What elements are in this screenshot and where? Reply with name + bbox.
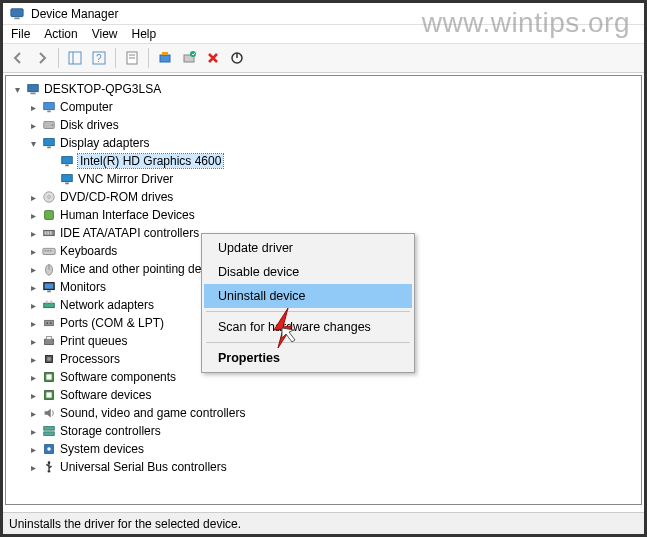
expand-icon[interactable]: ▸ xyxy=(26,118,40,132)
tree-category[interactable]: ▸ Software devices xyxy=(8,386,639,404)
tree-category[interactable]: ▸ DVD/CD-ROM drives xyxy=(8,188,639,206)
menu-view[interactable]: View xyxy=(92,27,118,41)
expand-icon[interactable]: ▸ xyxy=(26,208,40,222)
svg-rect-42 xyxy=(44,303,55,307)
context-menu-item[interactable]: Update driver xyxy=(204,236,412,260)
expand-icon[interactable]: ▸ xyxy=(26,424,40,438)
tree-category[interactable]: ▾ Display adapters xyxy=(8,134,639,152)
properties-button[interactable] xyxy=(121,47,143,69)
svg-rect-43 xyxy=(46,301,49,304)
collapse-icon[interactable]: ▾ xyxy=(26,136,40,150)
svg-rect-14 xyxy=(28,85,39,92)
forward-button[interactable] xyxy=(31,47,53,69)
svg-rect-45 xyxy=(45,320,54,325)
expand-icon[interactable]: ▸ xyxy=(26,460,40,474)
expand-icon[interactable]: ▸ xyxy=(26,190,40,204)
tree-category[interactable]: ▸ Human Interface Devices xyxy=(8,206,639,224)
device-manager-icon xyxy=(9,6,25,22)
expand-icon[interactable]: ▸ xyxy=(26,226,40,240)
svg-rect-1 xyxy=(14,17,19,19)
context-menu: Update driverDisable deviceUninstall dev… xyxy=(201,233,415,373)
svg-rect-15 xyxy=(30,93,35,95)
context-menu-separator xyxy=(206,342,410,343)
svg-rect-51 xyxy=(47,357,51,361)
svg-rect-32 xyxy=(50,231,52,235)
context-menu-item[interactable]: Scan for hardware changes xyxy=(204,315,412,339)
svg-point-60 xyxy=(48,461,51,464)
tree-category[interactable]: ▸ Computer xyxy=(8,98,639,116)
tree-category[interactable]: ▸ Sound, video and game controllers xyxy=(8,404,639,422)
svg-rect-31 xyxy=(47,231,49,235)
svg-rect-25 xyxy=(65,183,69,185)
tree-category-label: Processors xyxy=(60,352,120,366)
toolbar-separator xyxy=(58,48,59,68)
menu-file[interactable]: File xyxy=(11,27,30,41)
menu-action[interactable]: Action xyxy=(44,27,77,41)
expand-icon[interactable]: ▸ xyxy=(26,442,40,456)
context-menu-item[interactable]: Disable device xyxy=(204,260,412,284)
window-title: Device Manager xyxy=(31,7,118,21)
expand-icon[interactable]: ▸ xyxy=(26,280,40,294)
toolbar-separator xyxy=(148,48,149,68)
svg-rect-56 xyxy=(44,427,55,431)
svg-rect-2 xyxy=(69,52,81,64)
scan-hardware-button[interactable] xyxy=(178,47,200,69)
printer-icon xyxy=(41,333,57,349)
expand-icon[interactable]: ▸ xyxy=(26,388,40,402)
context-menu-item[interactable]: Properties xyxy=(204,346,412,370)
svg-point-27 xyxy=(48,196,51,199)
expand-icon[interactable]: ▸ xyxy=(26,262,40,276)
svg-rect-35 xyxy=(47,250,49,251)
svg-rect-23 xyxy=(65,165,69,167)
expand-icon[interactable]: ▸ xyxy=(26,334,40,348)
uninstall-button[interactable] xyxy=(202,47,224,69)
hid-icon xyxy=(41,207,57,223)
tree-category-label: Storage controllers xyxy=(60,424,161,438)
svg-point-46 xyxy=(46,322,48,324)
svg-rect-28 xyxy=(45,211,54,220)
svg-rect-24 xyxy=(62,175,73,182)
sound-icon xyxy=(41,405,57,421)
tree-category-label: Ports (COM & LPT) xyxy=(60,316,164,330)
computer-root-icon xyxy=(25,81,41,97)
show-hide-tree-button[interactable] xyxy=(64,47,86,69)
menu-help[interactable]: Help xyxy=(132,27,157,41)
context-menu-item[interactable]: Uninstall device xyxy=(204,284,412,308)
tree-device[interactable]: Intel(R) HD Graphics 4600 xyxy=(8,152,639,170)
update-driver-button[interactable] xyxy=(154,47,176,69)
network-icon xyxy=(41,297,57,313)
tree-device[interactable]: VNC Mirror Driver xyxy=(8,170,639,188)
svg-rect-41 xyxy=(47,291,51,293)
expand-icon[interactable]: ▸ xyxy=(26,370,40,384)
back-button[interactable] xyxy=(7,47,29,69)
tree-root-label: DESKTOP-QPG3LSA xyxy=(44,82,161,96)
expand-icon[interactable]: ▸ xyxy=(26,316,40,330)
svg-rect-44 xyxy=(50,301,53,304)
software-icon xyxy=(41,369,57,385)
display-icon xyxy=(41,135,57,151)
computer-icon xyxy=(41,99,57,115)
svg-rect-0 xyxy=(11,8,23,16)
tree-category-label: System devices xyxy=(60,442,144,456)
help-button[interactable]: ? xyxy=(88,47,110,69)
expand-icon[interactable]: ▸ xyxy=(26,406,40,420)
tree-category[interactable]: ▸ Disk drives xyxy=(8,116,639,134)
tree-category-label: Monitors xyxy=(60,280,106,294)
expand-icon[interactable]: ▸ xyxy=(26,244,40,258)
tree-category[interactable]: ▸ Storage controllers xyxy=(8,422,639,440)
toolbar-separator xyxy=(115,48,116,68)
tree-root[interactable]: ▾ DESKTOP-QPG3LSA xyxy=(8,80,639,98)
svg-rect-20 xyxy=(44,139,55,146)
expand-icon[interactable]: ▸ xyxy=(26,352,40,366)
svg-rect-48 xyxy=(45,339,54,344)
tree-category[interactable]: ▸ Universal Serial Bus controllers xyxy=(8,458,639,476)
svg-text:?: ? xyxy=(96,53,102,64)
tree-category[interactable]: ▸ System devices xyxy=(8,440,639,458)
expand-icon[interactable]: ▸ xyxy=(26,100,40,114)
collapse-icon[interactable]: ▾ xyxy=(10,82,24,96)
keyboard-icon xyxy=(41,243,57,259)
disable-button[interactable] xyxy=(226,47,248,69)
expand-icon[interactable]: ▸ xyxy=(26,298,40,312)
tree-category-label: Universal Serial Bus controllers xyxy=(60,460,227,474)
menubar: File Action View Help xyxy=(3,25,644,44)
